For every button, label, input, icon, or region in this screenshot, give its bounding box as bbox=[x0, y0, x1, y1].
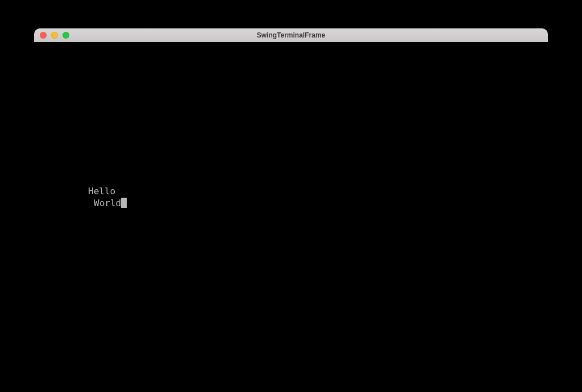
app-window: SwingTerminalFrame Hello World bbox=[34, 28, 548, 364]
terminal-line: Hello bbox=[88, 185, 115, 197]
minimize-icon[interactable] bbox=[51, 32, 58, 39]
terminal-viewport[interactable]: Hello World bbox=[34, 42, 548, 364]
traffic-lights bbox=[34, 32, 69, 39]
titlebar: SwingTerminalFrame bbox=[34, 28, 548, 42]
window-title: SwingTerminalFrame bbox=[34, 31, 548, 39]
terminal-line: World bbox=[94, 197, 127, 209]
terminal-text: World bbox=[94, 198, 121, 208]
close-icon[interactable] bbox=[40, 32, 47, 39]
fullscreen-icon[interactable] bbox=[63, 32, 69, 39]
cursor-icon bbox=[121, 198, 127, 208]
